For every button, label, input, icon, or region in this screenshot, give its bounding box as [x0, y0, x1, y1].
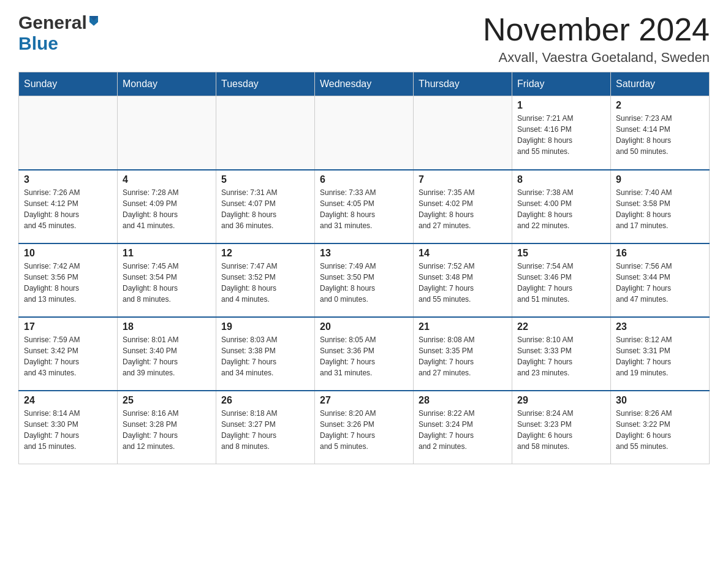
day-number: 8: [517, 174, 605, 185]
calendar-cell: 2Sunrise: 7:23 AM Sunset: 4:14 PM Daylig…: [611, 96, 710, 170]
day-info: Sunrise: 7:35 AM Sunset: 4:02 PM Dayligh…: [419, 187, 507, 231]
day-number: 6: [320, 174, 408, 185]
weekday-header-monday: Monday: [118, 72, 216, 96]
day-info: Sunrise: 7:38 AM Sunset: 4:00 PM Dayligh…: [517, 187, 605, 231]
calendar-cell: 10Sunrise: 7:42 AM Sunset: 3:56 PM Dayli…: [19, 243, 118, 317]
calendar-cell: 16Sunrise: 7:56 AM Sunset: 3:44 PM Dayli…: [611, 243, 710, 317]
day-info: Sunrise: 8:12 AM Sunset: 3:31 PM Dayligh…: [616, 334, 704, 378]
calendar-cell: 26Sunrise: 8:18 AM Sunset: 3:27 PM Dayli…: [216, 391, 315, 464]
day-info: Sunrise: 7:33 AM Sunset: 4:05 PM Dayligh…: [320, 187, 408, 231]
calendar-week-row: 1Sunrise: 7:21 AM Sunset: 4:16 PM Daylig…: [19, 96, 710, 170]
calendar-cell: [216, 96, 315, 170]
day-number: 4: [123, 174, 211, 185]
calendar-cell: 24Sunrise: 8:14 AM Sunset: 3:30 PM Dayli…: [19, 391, 118, 464]
day-info: Sunrise: 7:40 AM Sunset: 3:58 PM Dayligh…: [616, 187, 704, 231]
weekday-header-tuesday: Tuesday: [216, 72, 315, 96]
calendar-cell: [315, 96, 414, 170]
calendar-cell: 27Sunrise: 8:20 AM Sunset: 3:26 PM Dayli…: [315, 391, 414, 464]
day-number: 11: [123, 248, 211, 259]
day-info: Sunrise: 7:23 AM Sunset: 4:14 PM Dayligh…: [616, 113, 704, 157]
day-info: Sunrise: 7:26 AM Sunset: 4:12 PM Dayligh…: [24, 187, 112, 231]
calendar-cell: 18Sunrise: 8:01 AM Sunset: 3:40 PM Dayli…: [118, 317, 216, 391]
day-number: 21: [419, 321, 507, 332]
calendar-cell: 8Sunrise: 7:38 AM Sunset: 4:00 PM Daylig…: [512, 170, 611, 243]
calendar-cell: 11Sunrise: 7:45 AM Sunset: 3:54 PM Dayli…: [118, 243, 216, 317]
calendar-cell: 22Sunrise: 8:10 AM Sunset: 3:33 PM Dayli…: [512, 317, 611, 391]
day-number: 5: [221, 174, 309, 185]
day-info: Sunrise: 7:54 AM Sunset: 3:46 PM Dayligh…: [517, 261, 605, 305]
day-number: 15: [517, 248, 605, 259]
day-info: Sunrise: 7:28 AM Sunset: 4:09 PM Dayligh…: [123, 187, 211, 231]
location-title: Axvall, Vaestra Goetaland, Sweden: [483, 50, 710, 66]
day-info: Sunrise: 7:59 AM Sunset: 3:42 PM Dayligh…: [24, 334, 112, 378]
calendar-cell: 13Sunrise: 7:49 AM Sunset: 3:50 PM Dayli…: [315, 243, 414, 317]
calendar-cell: 19Sunrise: 8:03 AM Sunset: 3:38 PM Dayli…: [216, 317, 315, 391]
day-info: Sunrise: 7:47 AM Sunset: 3:52 PM Dayligh…: [221, 261, 309, 305]
day-number: 25: [123, 395, 211, 406]
calendar-cell: [19, 96, 118, 170]
day-number: 22: [517, 321, 605, 332]
day-info: Sunrise: 8:08 AM Sunset: 3:35 PM Dayligh…: [419, 334, 507, 378]
day-info: Sunrise: 7:49 AM Sunset: 3:50 PM Dayligh…: [320, 261, 408, 305]
day-info: Sunrise: 7:56 AM Sunset: 3:44 PM Dayligh…: [616, 261, 704, 305]
day-number: 18: [123, 321, 211, 332]
calendar-cell: 1Sunrise: 7:21 AM Sunset: 4:16 PM Daylig…: [512, 96, 611, 170]
logo-arrow-icon: [87, 13, 100, 29]
day-number: 26: [221, 395, 309, 406]
day-info: Sunrise: 8:14 AM Sunset: 3:30 PM Dayligh…: [24, 408, 112, 452]
calendar-cell: 4Sunrise: 7:28 AM Sunset: 4:09 PM Daylig…: [118, 170, 216, 243]
weekday-header-friday: Friday: [512, 72, 611, 96]
day-number: 7: [419, 174, 507, 185]
day-number: 9: [616, 174, 704, 185]
calendar-cell: [118, 96, 216, 170]
calendar-table: SundayMondayTuesdayWednesdayThursdayFrid…: [18, 72, 710, 464]
calendar-cell: 14Sunrise: 7:52 AM Sunset: 3:48 PM Dayli…: [414, 243, 512, 317]
day-number: 20: [320, 321, 408, 332]
day-info: Sunrise: 8:16 AM Sunset: 3:28 PM Dayligh…: [123, 408, 211, 452]
day-info: Sunrise: 8:05 AM Sunset: 3:36 PM Dayligh…: [320, 334, 408, 378]
logo: General Blue: [18, 12, 100, 54]
calendar-cell: [414, 96, 512, 170]
calendar-cell: 29Sunrise: 8:24 AM Sunset: 3:23 PM Dayli…: [512, 391, 611, 464]
calendar-cell: 28Sunrise: 8:22 AM Sunset: 3:24 PM Dayli…: [414, 391, 512, 464]
day-number: 17: [24, 321, 112, 332]
calendar-cell: 9Sunrise: 7:40 AM Sunset: 3:58 PM Daylig…: [611, 170, 710, 243]
day-info: Sunrise: 7:45 AM Sunset: 3:54 PM Dayligh…: [123, 261, 211, 305]
calendar-cell: 21Sunrise: 8:08 AM Sunset: 3:35 PM Dayli…: [414, 317, 512, 391]
weekday-header-saturday: Saturday: [611, 72, 710, 96]
month-title: November 2024: [483, 12, 710, 47]
calendar-cell: 5Sunrise: 7:31 AM Sunset: 4:07 PM Daylig…: [216, 170, 315, 243]
day-info: Sunrise: 8:26 AM Sunset: 3:22 PM Dayligh…: [616, 408, 704, 452]
calendar-cell: 7Sunrise: 7:35 AM Sunset: 4:02 PM Daylig…: [414, 170, 512, 243]
day-info: Sunrise: 8:18 AM Sunset: 3:27 PM Dayligh…: [221, 408, 309, 452]
calendar-cell: 6Sunrise: 7:33 AM Sunset: 4:05 PM Daylig…: [315, 170, 414, 243]
calendar-week-row: 10Sunrise: 7:42 AM Sunset: 3:56 PM Dayli…: [19, 243, 710, 317]
day-number: 10: [24, 248, 112, 259]
weekday-header-wednesday: Wednesday: [315, 72, 414, 96]
day-info: Sunrise: 8:24 AM Sunset: 3:23 PM Dayligh…: [517, 408, 605, 452]
day-info: Sunrise: 8:03 AM Sunset: 3:38 PM Dayligh…: [221, 334, 309, 378]
day-info: Sunrise: 7:21 AM Sunset: 4:16 PM Dayligh…: [517, 113, 605, 157]
weekday-header-row: SundayMondayTuesdayWednesdayThursdayFrid…: [19, 72, 710, 96]
day-info: Sunrise: 7:42 AM Sunset: 3:56 PM Dayligh…: [24, 261, 112, 305]
calendar-cell: 23Sunrise: 8:12 AM Sunset: 3:31 PM Dayli…: [611, 317, 710, 391]
calendar-week-row: 17Sunrise: 7:59 AM Sunset: 3:42 PM Dayli…: [19, 317, 710, 391]
weekday-header-sunday: Sunday: [19, 72, 118, 96]
day-number: 28: [419, 395, 507, 406]
day-info: Sunrise: 8:01 AM Sunset: 3:40 PM Dayligh…: [123, 334, 211, 378]
calendar-cell: 20Sunrise: 8:05 AM Sunset: 3:36 PM Dayli…: [315, 317, 414, 391]
calendar-cell: 3Sunrise: 7:26 AM Sunset: 4:12 PM Daylig…: [19, 170, 118, 243]
calendar-cell: 15Sunrise: 7:54 AM Sunset: 3:46 PM Dayli…: [512, 243, 611, 317]
calendar-week-row: 24Sunrise: 8:14 AM Sunset: 3:30 PM Dayli…: [19, 391, 710, 464]
day-number: 16: [616, 248, 704, 259]
day-number: 3: [24, 174, 112, 185]
calendar-cell: 12Sunrise: 7:47 AM Sunset: 3:52 PM Dayli…: [216, 243, 315, 317]
weekday-header-thursday: Thursday: [414, 72, 512, 96]
day-number: 29: [517, 395, 605, 406]
day-number: 14: [419, 248, 507, 259]
day-info: Sunrise: 7:31 AM Sunset: 4:07 PM Dayligh…: [221, 187, 309, 231]
day-number: 12: [221, 248, 309, 259]
calendar-cell: 17Sunrise: 7:59 AM Sunset: 3:42 PM Dayli…: [19, 317, 118, 391]
calendar-cell: 30Sunrise: 8:26 AM Sunset: 3:22 PM Dayli…: [611, 391, 710, 464]
day-number: 19: [221, 321, 309, 332]
